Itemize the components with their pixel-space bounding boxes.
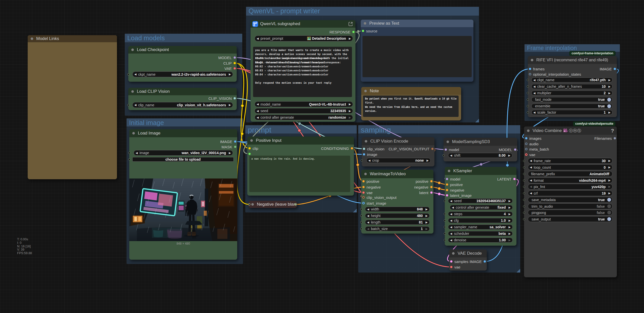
widget-left-arrow[interactable]: ◀ xyxy=(532,85,537,88)
widget-clip_name[interactable]: ◀clip_nameclip_vision_vit_h.safetensors▶ xyxy=(132,102,233,108)
widget-ensemble[interactable]: ensembletrue xyxy=(531,104,613,109)
open-subgraph-icon[interactable] xyxy=(348,21,353,27)
node-video-combine[interactable]: Video Combine ⓋⒽⓈ?comfyui-videohelpersui… xyxy=(524,126,617,277)
widget-seed[interactable]: ◀seed32345935▶ xyxy=(255,108,353,114)
widget-right-arrow[interactable]: ▶ xyxy=(425,159,430,162)
widget-input-ring[interactable] xyxy=(523,160,525,162)
text-area[interactable]: a man standing in the rain. And is danci… xyxy=(249,156,350,192)
widget-left-arrow[interactable]: ◀ xyxy=(448,232,454,235)
widget-save_metadata[interactable]: save_metadatatrue xyxy=(528,197,613,203)
input-port-clip_vision[interactable] xyxy=(363,148,365,150)
node-wan-image-to-video[interactable]: WanImageToVideopositivenegativevaeclip_v… xyxy=(361,170,433,234)
widget-input-ring[interactable] xyxy=(444,213,446,215)
input-port-optional_interpolation_states[interactable] xyxy=(529,73,531,75)
widget-input-ring[interactable] xyxy=(444,239,446,241)
widget-multiplier[interactable]: ◀multiplier2▶ xyxy=(531,91,613,96)
widget-input-ring[interactable] xyxy=(527,85,529,87)
widget-filename_prefix[interactable]: filename_prefixAnimateDiff xyxy=(528,171,613,177)
widget-input-ring[interactable] xyxy=(523,205,525,207)
widget-left-arrow[interactable]: ◀ xyxy=(448,213,454,215)
toggle-knob[interactable] xyxy=(607,104,611,108)
widget-scale_factor[interactable]: ◀scale_factor1▶ xyxy=(531,110,613,115)
widget-right-arrow[interactable]: ▶ xyxy=(424,208,429,211)
text-area[interactable]: you are a film maker that wants to creat… xyxy=(253,47,352,97)
input-port-negative[interactable] xyxy=(446,189,448,191)
widget-left-arrow[interactable]: ◀ xyxy=(528,192,534,195)
input-port-vae[interactable] xyxy=(362,191,365,194)
text-area[interactable] xyxy=(363,36,472,77)
widget-left-arrow[interactable]: ◀ xyxy=(255,103,260,106)
widget-left-arrow[interactable]: ◀ xyxy=(133,104,138,106)
node-vae-decode[interactable]: VAE DecodesamplesvaeIMAGE xyxy=(449,249,487,271)
help-icon[interactable]: ? xyxy=(611,126,614,135)
input-port-start_image[interactable] xyxy=(362,202,365,204)
widget-clear_cache_after_n_frames[interactable]: ◀clear_cache_after_n_frames10▶ xyxy=(531,84,613,89)
widget-left-arrow[interactable]: ◀ xyxy=(255,116,260,119)
widget-batch_size[interactable]: ◀batch_size1▶ xyxy=(365,226,430,231)
widget-crf[interactable]: ◀crf19▶ xyxy=(528,190,613,196)
widget-left-arrow[interactable]: ◀ xyxy=(528,159,534,162)
widget-input-ring[interactable] xyxy=(523,186,525,188)
widget-right-arrow[interactable]: ▶ xyxy=(507,213,512,215)
widget-left-arrow[interactable]: ◀ xyxy=(255,110,260,112)
widget-right-arrow[interactable]: ▶ xyxy=(607,159,612,162)
output-port-CLIP_VISION_OUTPUT[interactable] xyxy=(431,148,434,150)
widget-right-arrow[interactable]: ▶ xyxy=(607,111,612,114)
output-port-MODEL[interactable] xyxy=(514,148,516,151)
widget-right-arrow[interactable]: ▶ xyxy=(347,116,353,119)
widget-preset_prompt[interactable]: ◀preset_prompt Detailed Description▶ xyxy=(255,35,353,41)
collapsed-input-dot[interactable] xyxy=(248,203,251,206)
widget-ckpt_name[interactable]: ◀ckpt_namerife47.pth▶ xyxy=(531,77,613,82)
widget-input-ring[interactable] xyxy=(444,226,446,228)
widget-right-arrow[interactable]: ▶ xyxy=(507,206,512,209)
node-positive-input[interactable]: Positive InputclipCONDITIONINGa man stan… xyxy=(247,137,354,196)
widget-left-arrow[interactable]: ◀ xyxy=(528,166,534,169)
node-note[interactable]: NoteBe patient when you first run it. Qw… xyxy=(361,87,461,120)
input-port-meta_batch[interactable] xyxy=(525,148,528,150)
widget-right-arrow[interactable]: ▶ xyxy=(507,200,512,202)
widget-right-arrow[interactable]: ▶ xyxy=(424,221,429,224)
widget-right-arrow[interactable]: ▶ xyxy=(227,73,233,76)
widget-steps[interactable]: ◀steps4▶ xyxy=(448,211,513,216)
widget-input-ring[interactable] xyxy=(523,218,525,220)
output-port-RESPONSE[interactable] xyxy=(352,31,355,33)
node-preview-as-text[interactable]: Preview as Textsource xyxy=(361,20,473,82)
widget-seed[interactable]: ◀seed192054346835137▶ xyxy=(448,198,513,203)
input-port-source[interactable] xyxy=(362,30,364,32)
toggle-knob[interactable] xyxy=(607,98,611,102)
widget-right-arrow[interactable]: ▶ xyxy=(507,232,512,235)
widget-frame_rate[interactable]: ◀frame_rate30▶ xyxy=(528,158,613,164)
node-load-clip-vision[interactable]: Load CLIP VisionCLIP_VISION◀clip_namecli… xyxy=(128,88,237,110)
widget-input-ring[interactable] xyxy=(444,233,446,235)
widget-input-ring[interactable] xyxy=(523,173,525,175)
widget-left-arrow[interactable]: ◀ xyxy=(528,185,534,188)
output-port-MODEL[interactable] xyxy=(233,56,236,59)
input-port-latent_image[interactable] xyxy=(446,194,448,197)
widget-control-after-generate[interactable]: ◀control after generatefixed▶ xyxy=(450,205,513,210)
input-port-positive[interactable] xyxy=(362,180,365,183)
widget-input-ring[interactable] xyxy=(360,228,362,230)
widget-input-ring[interactable] xyxy=(527,111,529,113)
widget-control-after-generate[interactable]: ◀control after generaterandomize▶ xyxy=(255,115,353,120)
toggle-knob[interactable] xyxy=(607,198,611,202)
widget-right-arrow[interactable]: ▶ xyxy=(607,166,612,169)
widget-left-arrow[interactable]: ◀ xyxy=(365,228,371,230)
widget-input-ring[interactable] xyxy=(442,154,445,156)
widget-left-arrow[interactable]: ◀ xyxy=(532,111,537,114)
widget-loop_count[interactable]: ◀loop_count0▶ xyxy=(528,164,613,170)
node-ksampler[interactable]: KSamplermodelpositivenegativelatent_imag… xyxy=(445,167,516,246)
input-port-audio[interactable] xyxy=(525,143,528,145)
widget-left-arrow[interactable]: ◀ xyxy=(448,200,454,202)
widget-left-arrow[interactable]: ◀ xyxy=(365,221,371,224)
widget-left-arrow[interactable]: ◀ xyxy=(367,159,372,162)
widget-left-arrow[interactable]: ◀ xyxy=(448,226,454,229)
output-port-Filenames[interactable] xyxy=(614,137,616,140)
widget-input-ring[interactable] xyxy=(527,105,529,107)
widget-input-ring[interactable] xyxy=(527,79,529,81)
widget-left-arrow[interactable]: ◀ xyxy=(255,37,260,40)
widget-right-arrow[interactable]: ▶ xyxy=(507,239,512,242)
widget-right-arrow[interactable]: ▶ xyxy=(607,179,612,182)
input-port-model[interactable] xyxy=(446,178,448,180)
widget-left-arrow[interactable]: ◀ xyxy=(532,92,537,95)
widget-width[interactable]: ◀width848▶ xyxy=(365,207,430,212)
